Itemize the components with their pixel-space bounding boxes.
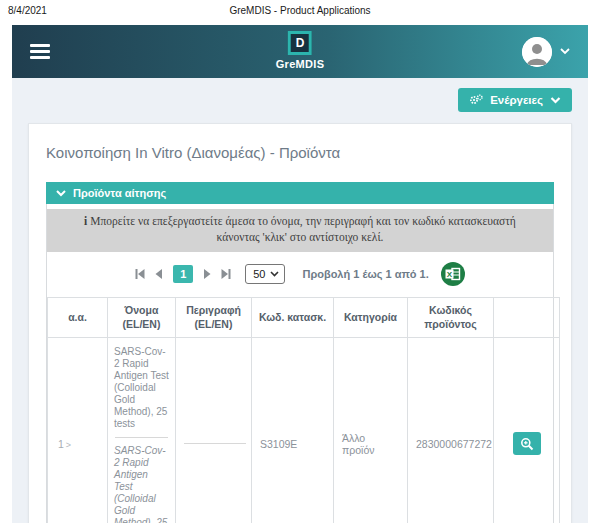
prev-page-icon[interactable] [153, 268, 164, 280]
column-header-category: Κατηγορία [334, 298, 408, 338]
product-name-el: SARS-Cov-2 Rapid Antigen Test (Colloidal… [114, 346, 169, 430]
pagination-summary: Προβολή 1 έως 1 από 1. [302, 268, 428, 280]
avatar[interactable] [522, 37, 552, 67]
manufacturer-code-cell[interactable]: S3109E [252, 338, 334, 523]
divider [184, 443, 246, 444]
products-panel: Προϊόντα αίτησης iΜπορείτε να επεξεργαστ… [46, 182, 554, 523]
column-header-manufacturer-code: Κωδ. κατασκ. [252, 298, 334, 338]
brand-name: GreMDIS [276, 58, 325, 70]
panel-body: iΜπορείτε να επεξεργαστείτε άμεσα το όνο… [46, 204, 554, 523]
name-cell[interactable]: SARS-Cov-2 Rapid Antigen Test (Colloidal… [108, 338, 176, 523]
description-cell[interactable] [176, 338, 252, 523]
page-title: Κοινοποίηση In Vitro (Διανομέας) - Προϊό… [46, 144, 554, 161]
content-card: Κοινοποίηση In Vitro (Διανομέας) - Προϊό… [28, 123, 572, 523]
page-size-value: 50 [253, 268, 265, 280]
column-header-index: α.α. [48, 298, 108, 338]
table-header-row: α.α. Όνομα (EL/EN) Περιγραφή (EL/EN) Κωδ… [48, 298, 560, 338]
table-row: 1> SARS-Cov-2 Rapid Antigen Test (Colloi… [48, 338, 560, 523]
column-header-name: Όνομα (EL/EN) [108, 298, 176, 338]
print-header: 8/4/2021 GreMDIS - Product Applications [0, 0, 600, 25]
pagination: 1 50 Προβολή 1 έως [47, 252, 553, 295]
gears-icon [469, 94, 483, 106]
actions-button-label: Ενέργειες [490, 94, 543, 106]
info-message: iΜπορείτε να επεξεργαστείτε άμεσα το όνο… [47, 209, 553, 252]
info-text: Μπορείτε να επεξεργαστείτε άμεσα το όνομ… [90, 215, 516, 243]
chevron-down-icon [560, 48, 570, 55]
column-header-product-code: Κωδικός προϊόντος [408, 298, 494, 338]
category-cell: Άλλο προϊόν [334, 338, 408, 523]
logo-d-icon: D [288, 31, 312, 55]
product-code-cell: 2830000677272 [408, 338, 494, 523]
divider [115, 437, 168, 438]
panel-title: Προϊόντα αίτησης [73, 187, 166, 199]
first-page-icon[interactable] [134, 268, 146, 280]
svg-text:X: X [447, 270, 453, 279]
chevron-down-icon [550, 97, 561, 104]
person-icon [522, 37, 552, 67]
actions-cell [494, 338, 560, 523]
product-name-en: SARS-Cov-2 Rapid Antigen Test (Colloidal… [114, 445, 169, 523]
page-size-select[interactable]: 50 [245, 264, 285, 284]
chevron-down-icon [270, 271, 279, 277]
magnifier-zoom-icon [520, 437, 534, 451]
actions-button[interactable]: Ενέργειες [458, 88, 572, 112]
column-header-description: Περιγραφή (EL/EN) [176, 298, 252, 338]
view-details-button[interactable] [513, 432, 541, 455]
excel-export-icon[interactable]: X [440, 261, 466, 287]
row-expand-icon: > [66, 440, 71, 450]
user-menu[interactable] [522, 37, 570, 67]
app-logo: D GreMDIS [276, 31, 325, 70]
chevron-down-icon [56, 190, 66, 197]
next-page-icon[interactable] [202, 268, 213, 280]
navbar: D GreMDIS [12, 25, 588, 78]
app-window: D GreMDIS [12, 25, 588, 523]
panel-header-products[interactable]: Προϊόντα αίτησης [46, 182, 554, 204]
info-icon: i [84, 215, 87, 227]
column-header-actions [494, 298, 560, 338]
menu-icon[interactable] [30, 41, 50, 62]
main-content: Ενέργειες Κοινοποίηση In Vitro (Διανομέα… [12, 78, 588, 523]
actions-row: Ενέργειες [28, 88, 572, 112]
print-document-title: GreMDIS - Product Applications [0, 5, 600, 16]
row-index-cell[interactable]: 1> [48, 338, 108, 523]
products-table: α.α. Όνομα (EL/EN) Περιγραφή (EL/EN) Κωδ… [47, 297, 560, 523]
current-page-button[interactable]: 1 [173, 265, 193, 283]
last-page-icon[interactable] [220, 268, 232, 280]
